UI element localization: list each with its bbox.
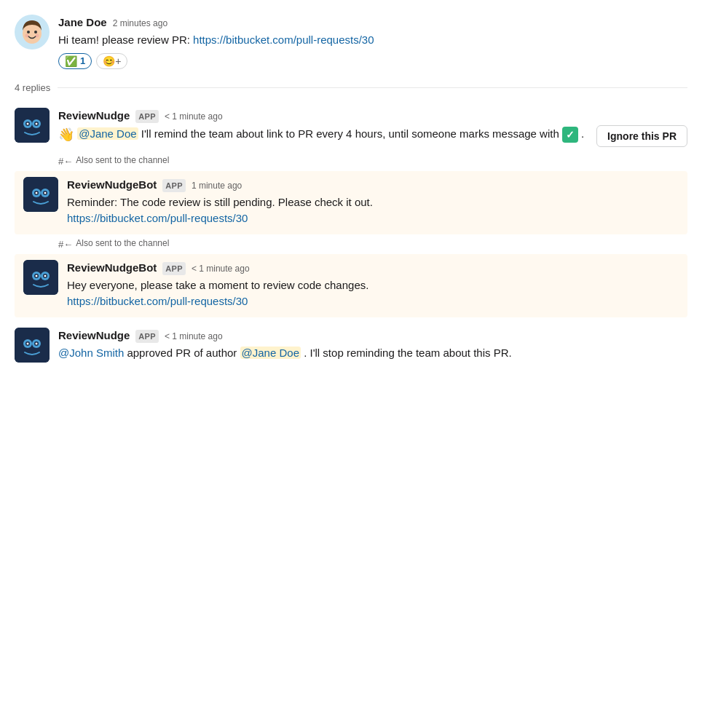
svg-point-19 bbox=[44, 191, 47, 194]
app-badge-4: APP bbox=[135, 330, 159, 343]
bot-message-bg-1: ReviewNudgeBot APP 1 minute ago Reminder… bbox=[15, 171, 687, 234]
checkmark-box: ✓ bbox=[562, 127, 578, 143]
svg-rect-27 bbox=[15, 328, 50, 363]
also-sent-text-1: Also sent to the channel bbox=[76, 154, 169, 167]
thread-msg-2-body: Reminder: The code review is still pendi… bbox=[67, 196, 373, 208]
reviewnudge-avatar-2 bbox=[15, 328, 50, 363]
svg-point-3 bbox=[34, 31, 37, 33]
svg-point-26 bbox=[44, 274, 47, 277]
hash-arrow-icon-2: #← bbox=[58, 237, 73, 251]
reviewnudgebot-sender-2: ReviewNudgeBot bbox=[67, 260, 157, 276]
thread-msg-2-header: ReviewNudgeBot APP 1 minute ago bbox=[67, 177, 679, 193]
jane-message-header: Jane Doe 2 minutes ago bbox=[58, 15, 687, 31]
checkmark-emoji: ✅ bbox=[65, 55, 77, 67]
mention-john: @John Smith bbox=[58, 347, 124, 359]
thread-msg-3-body: Hey everyone, please take a moment to re… bbox=[67, 279, 368, 291]
thread-msg-4-middle: approved PR of author bbox=[127, 347, 240, 359]
add-reaction-icon: 😊+ bbox=[103, 55, 121, 67]
thread-msg-4-text: @John Smith approved PR of author @Jane … bbox=[58, 345, 687, 362]
hash-arrow-icon-1: #← bbox=[58, 154, 73, 168]
reviewnudge-sender-2: ReviewNudge bbox=[58, 328, 130, 344]
thread-msg-3-timestamp: < 1 minute ago bbox=[192, 263, 250, 276]
thread-msg-3-header: ReviewNudgeBot APP < 1 minute ago bbox=[67, 260, 679, 276]
app-badge-3: APP bbox=[162, 262, 186, 275]
svg-point-12 bbox=[36, 122, 38, 124]
thread-message-3-wrapper: #← Also sent to the channel ReviewNudge bbox=[15, 237, 687, 317]
jane-message-text: Hi team! please review PR: https://bitbu… bbox=[58, 32, 687, 49]
thread-msg-4-header: ReviewNudge APP < 1 minute ago bbox=[58, 328, 687, 344]
add-reaction-button[interactable]: 😊+ bbox=[96, 53, 127, 69]
jane-text-prefix: Hi team! please review PR: bbox=[58, 33, 193, 46]
reviewnudge-sender-1: ReviewNudge bbox=[58, 108, 130, 124]
svg-rect-13 bbox=[23, 177, 58, 212]
thread-msg-3-text: Hey everyone, please take a moment to re… bbox=[67, 277, 679, 294]
reviewnudgebot-avatar-2 bbox=[23, 260, 58, 295]
wave-emoji: 👋 bbox=[58, 127, 74, 142]
svg-point-25 bbox=[36, 274, 38, 277]
jane-sender-name: Jane Doe bbox=[58, 15, 107, 31]
thread-msg-1-text: Ignore this PR 👋 @Jane Doe I'll remind t… bbox=[58, 125, 687, 145]
thread-message-2-wrapper: #← Also sent to the channel ReviewNudge bbox=[15, 154, 687, 234]
thread-msg-2-link: https://bitbucket.com/pull-requests/30 bbox=[67, 210, 679, 227]
also-sent-label-2: #← Also sent to the channel bbox=[15, 237, 687, 251]
svg-point-5 bbox=[36, 34, 39, 38]
mention-jane-2: @Jane Doe bbox=[240, 347, 301, 359]
svg-point-11 bbox=[27, 122, 29, 124]
svg-rect-6 bbox=[15, 108, 50, 143]
svg-point-33 bbox=[36, 342, 38, 344]
reviewnudge-avatar-1 bbox=[15, 108, 50, 143]
jane-message: Jane Doe 2 minutes ago Hi team! please r… bbox=[15, 12, 687, 72]
thread-msg-2-text: Reminder: The code review is still pendi… bbox=[67, 194, 679, 211]
mention-jane-1: @Jane Doe bbox=[77, 127, 138, 140]
app-badge-2: APP bbox=[162, 179, 186, 192]
jane-pr-link[interactable]: https://bitbucket.com/pull-requests/30 bbox=[193, 33, 374, 46]
jane-message-content: Jane Doe 2 minutes ago Hi team! please r… bbox=[58, 15, 687, 69]
app-badge-1: APP bbox=[135, 110, 159, 123]
bot-message-bg-2: ReviewNudgeBot APP < 1 minute ago Hey ev… bbox=[15, 254, 687, 317]
thread-message-3: ReviewNudgeBot APP < 1 minute ago Hey ev… bbox=[23, 260, 679, 310]
thread-msg-2-content: ReviewNudgeBot APP 1 minute ago Reminder… bbox=[67, 177, 679, 227]
thread-msg-3-content: ReviewNudgeBot APP < 1 minute ago Hey ev… bbox=[67, 260, 679, 310]
thread-message-2: ReviewNudgeBot APP 1 minute ago Reminder… bbox=[23, 177, 679, 227]
thread-msg-4-content: ReviewNudge APP < 1 minute ago @John Smi… bbox=[58, 328, 687, 363]
reaction-count: 1 bbox=[80, 55, 85, 66]
also-sent-label-1: #← Also sent to the channel bbox=[15, 154, 687, 168]
also-sent-text-2: Also sent to the channel bbox=[76, 237, 169, 250]
thread-msg-1-period: . bbox=[581, 127, 584, 140]
replies-divider: 4 replies bbox=[15, 81, 687, 95]
svg-point-18 bbox=[36, 191, 38, 194]
thread-msg-1-body: I'll remind the team about link to PR ev… bbox=[141, 127, 562, 140]
checkmark-reaction[interactable]: ✅ 1 bbox=[58, 53, 92, 69]
svg-point-32 bbox=[27, 342, 29, 344]
jane-reactions: ✅ 1 😊+ bbox=[58, 53, 687, 69]
svg-rect-20 bbox=[23, 260, 58, 295]
thread-msg-4-end: . I'll stop reminding the team about thi… bbox=[304, 347, 512, 359]
ignore-pr-button[interactable]: Ignore this PR bbox=[596, 125, 687, 147]
svg-point-2 bbox=[27, 31, 30, 33]
thread-message-1: ReviewNudge APP < 1 minute ago Ignore th… bbox=[15, 103, 687, 151]
thread-msg-4-timestamp: < 1 minute ago bbox=[165, 331, 223, 344]
reviewnudgebot-sender-1: ReviewNudgeBot bbox=[67, 177, 157, 193]
jane-avatar bbox=[15, 15, 50, 50]
svg-point-4 bbox=[25, 34, 29, 38]
thread-msg-3-link: https://bitbucket.com/pull-requests/30 bbox=[67, 293, 679, 310]
thread-msg-1-header: ReviewNudge APP < 1 minute ago bbox=[58, 108, 687, 124]
thread-message-4: ReviewNudge APP < 1 minute ago @John Smi… bbox=[15, 323, 687, 367]
thread-msg-2-timestamp: 1 minute ago bbox=[192, 180, 242, 193]
thread-msg-1-timestamp: < 1 minute ago bbox=[165, 111, 223, 124]
bot-pr-link-1[interactable]: https://bitbucket.com/pull-requests/30 bbox=[67, 212, 248, 224]
replies-count: 4 replies bbox=[15, 81, 50, 95]
thread-msg-1-content: ReviewNudge APP < 1 minute ago Ignore th… bbox=[58, 108, 687, 147]
bot-pr-link-2[interactable]: https://bitbucket.com/pull-requests/30 bbox=[67, 295, 248, 307]
jane-timestamp: 2 minutes ago bbox=[113, 17, 167, 31]
reviewnudgebot-avatar-1 bbox=[23, 177, 58, 212]
